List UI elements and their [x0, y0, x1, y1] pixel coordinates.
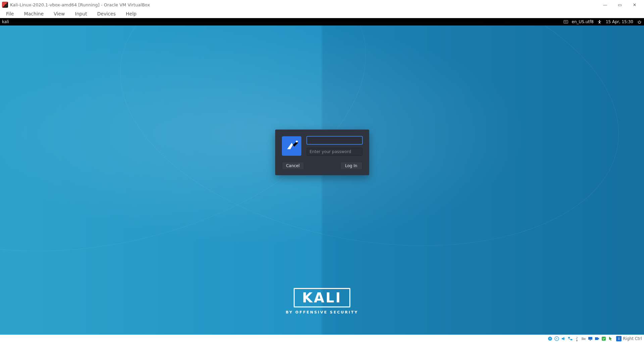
- host-statusbar: ↓ Right Ctrl: [0, 335, 644, 342]
- svg-point-7: [296, 140, 298, 142]
- network-icon[interactable]: [567, 336, 573, 342]
- mouse-integration-icon[interactable]: [607, 336, 613, 342]
- menu-help[interactable]: Help: [125, 10, 138, 17]
- accessibility-icon[interactable]: [597, 19, 602, 25]
- menu-input[interactable]: Input: [73, 10, 88, 17]
- hostkey-indicator[interactable]: ↓ Right Ctrl: [616, 336, 642, 341]
- kali-logo-text: KALI: [302, 291, 342, 304]
- minimize-button[interactable]: —: [598, 0, 612, 9]
- username-input[interactable]: [307, 136, 362, 144]
- guest-additions-icon[interactable]: [601, 336, 607, 342]
- menu-view[interactable]: View: [52, 10, 66, 17]
- svg-point-5: [599, 20, 600, 21]
- close-button[interactable]: ✕: [627, 0, 642, 9]
- svg-rect-6: [285, 141, 298, 151]
- login-dialog: Cancel Log In: [275, 130, 369, 175]
- menu-devices[interactable]: Devices: [96, 10, 117, 17]
- host-menubar: File Machine View Input Devices Help: [0, 9, 644, 18]
- svg-point-14: [577, 340, 578, 341]
- login-button[interactable]: Log In: [340, 162, 362, 170]
- host-titlebar: Kali-Linux-2020.1-vbox-amd64 [Running] -…: [0, 0, 644, 9]
- power-icon[interactable]: [637, 19, 642, 25]
- recording-icon[interactable]: [594, 336, 600, 342]
- svg-rect-13: [571, 339, 572, 340]
- virtualbox-icon: [2, 2, 8, 8]
- svg-rect-17: [595, 337, 598, 340]
- session-user-label[interactable]: kali: [2, 19, 9, 24]
- window-title: Kali-Linux-2020.1-vbox-amd64 [Running] -…: [10, 2, 150, 7]
- hostkey-label: Right Ctrl: [623, 336, 642, 341]
- guest-top-panel: kali en_US.utf8 15 Apr, 15:30: [0, 18, 644, 26]
- svg-point-11: [556, 338, 557, 339]
- svg-rect-16: [590, 340, 591, 341]
- guest-desktop: Cancel Log In KALI BY OFFENSIVE SECURITY: [0, 26, 644, 335]
- user-avatar-icon: [282, 136, 301, 156]
- usb-icon[interactable]: [574, 336, 580, 342]
- hostkey-arrow-icon: ↓: [616, 336, 622, 341]
- menu-file[interactable]: File: [5, 10, 15, 17]
- kali-tagline: BY OFFENSIVE SECURITY: [286, 310, 358, 314]
- kali-logo-icon: KALI: [294, 288, 350, 307]
- harddisk-icon[interactable]: [547, 336, 553, 342]
- optical-drive-icon[interactable]: [554, 336, 560, 342]
- keyboard-layout-icon[interactable]: [563, 19, 568, 25]
- kali-branding: KALI BY OFFENSIVE SECURITY: [286, 288, 358, 314]
- locale-label[interactable]: en_US.utf8: [572, 19, 594, 24]
- maximize-button[interactable]: ▭: [612, 0, 627, 9]
- svg-rect-0: [563, 20, 567, 23]
- password-input[interactable]: [307, 148, 362, 156]
- shared-folders-icon[interactable]: [581, 336, 587, 342]
- audio-icon[interactable]: [560, 336, 566, 342]
- display-icon[interactable]: [587, 336, 593, 342]
- svg-rect-15: [588, 337, 592, 340]
- cancel-button[interactable]: Cancel: [282, 162, 304, 170]
- svg-rect-12: [568, 337, 570, 338]
- datetime-label[interactable]: 15 Apr, 15:30: [606, 19, 633, 24]
- svg-point-9: [550, 338, 551, 339]
- menu-machine[interactable]: Machine: [22, 10, 45, 17]
